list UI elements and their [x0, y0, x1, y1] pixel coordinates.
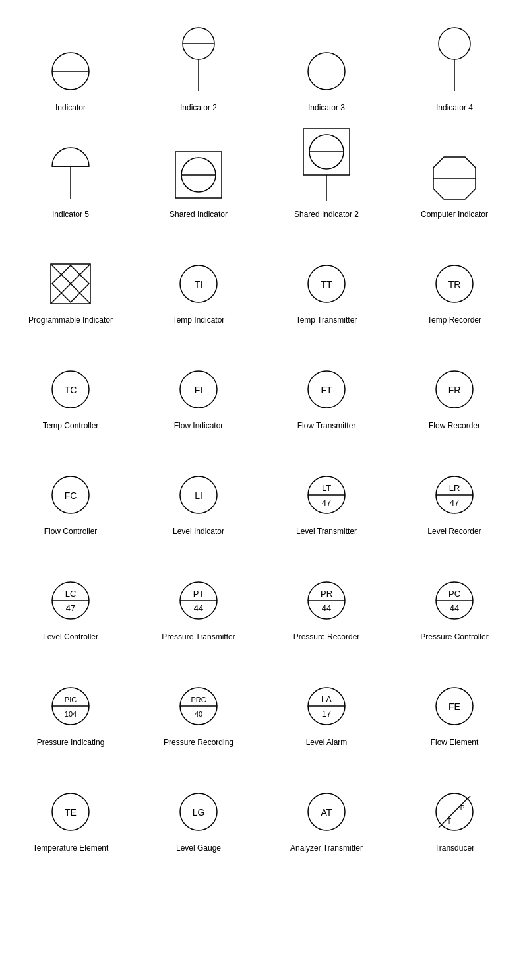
- level-transmitter-symbol: LT 47: [300, 469, 353, 521]
- svg-text:LC: LC: [65, 589, 77, 599]
- shared-indicator-cell: Shared Indicator: [135, 119, 262, 226]
- flow-recorder-label: Flow Recorder: [429, 421, 480, 432]
- indicator3-symbol: [300, 45, 353, 98]
- indicator4-symbol: [428, 25, 481, 98]
- te-symbol: TE: [44, 785, 97, 838]
- computer-indicator-label: Computer Indicator: [421, 210, 488, 220]
- indicator-symbol: [44, 45, 97, 98]
- svg-text:FI: FI: [195, 385, 202, 395]
- level-controller-cell: LC 47 Level Controller: [7, 542, 135, 648]
- programmable-indicator-cell: Programmable Indicator: [7, 226, 135, 331]
- transducer-label: Transducer: [435, 843, 474, 854]
- fe-label: Flow Element: [431, 738, 479, 748]
- svg-text:TR: TR: [448, 279, 461, 290]
- flow-indicator-label: Flow Indicator: [174, 421, 224, 432]
- pressure-controller-symbol: PC 44: [428, 574, 481, 627]
- at-cell: AT Analyzer Transmitter: [262, 754, 390, 859]
- computer-indicator-cell: Computer Indicator: [390, 119, 518, 226]
- indicator5-symbol: [44, 139, 97, 205]
- flow-indicator-cell: FI Flow Indicator: [135, 331, 262, 437]
- shared-indicator2-label: Shared Indicator 2: [294, 210, 359, 220]
- indicator-cell: Indicator: [7, 13, 135, 119]
- svg-text:LA: LA: [321, 694, 332, 704]
- svg-text:44: 44: [450, 603, 459, 613]
- level-indicator-cell: LI Level Indicator: [135, 437, 262, 542]
- svg-text:FR: FR: [448, 385, 461, 395]
- svg-text:PT: PT: [193, 589, 204, 599]
- svg-text:PR: PR: [321, 589, 332, 599]
- indicator2-label: Indicator 2: [180, 103, 217, 114]
- symbols-grid: Indicator Indicator 2 Indicator 3 Indica…: [0, 0, 525, 872]
- flow-recorder-cell: FR Flow Recorder: [390, 331, 518, 437]
- temp-recorder-label: Temp Recorder: [427, 315, 481, 326]
- transducer-symbol: T P: [428, 785, 481, 838]
- programmable-indicator-label: Programmable Indicator: [28, 315, 113, 326]
- flow-indicator-symbol: FI: [172, 363, 225, 416]
- temp-recorder-cell: TR Temp Recorder: [390, 226, 518, 331]
- pressure-recorder-symbol: PR 44: [300, 574, 353, 627]
- at-label: Analyzer Transmitter: [290, 843, 363, 854]
- svg-text:44: 44: [322, 603, 331, 613]
- shared-indicator-symbol: [169, 145, 228, 205]
- shared-indicator2-cell: Shared Indicator 2: [262, 119, 390, 226]
- svg-text:LI: LI: [195, 490, 202, 501]
- flow-controller-label: Flow Controller: [44, 527, 98, 537]
- svg-text:PIC: PIC: [65, 696, 77, 703]
- level-recorder-symbol: LR 47: [428, 469, 481, 521]
- flow-controller-cell: FC Flow Controller: [7, 437, 135, 542]
- level-controller-label: Level Controller: [43, 632, 98, 643]
- svg-text:TI: TI: [195, 279, 202, 290]
- prc40-label: Pressure Recording: [164, 738, 233, 748]
- computer-indicator-symbol: [428, 152, 481, 205]
- svg-text:40: 40: [195, 710, 202, 718]
- svg-line-86: [439, 796, 470, 828]
- temp-controller-label: Temp Controller: [43, 421, 99, 432]
- indicator-label: Indicator: [55, 103, 86, 114]
- svg-text:TT: TT: [321, 279, 332, 290]
- indicator3-cell: Indicator 3: [262, 13, 390, 119]
- svg-text:FE: FE: [448, 702, 460, 712]
- level-transmitter-cell: LT 47 Level Transmitter: [262, 437, 390, 542]
- svg-text:47: 47: [66, 603, 75, 613]
- svg-text:AT: AT: [321, 807, 332, 818]
- pressure-transmitter-symbol: PT 44: [172, 574, 225, 627]
- flow-recorder-symbol: FR: [428, 363, 481, 416]
- svg-text:FT: FT: [321, 385, 332, 395]
- svg-text:T: T: [447, 818, 451, 825]
- svg-text:P: P: [460, 804, 465, 812]
- at-symbol: AT: [300, 785, 353, 838]
- temp-indicator-cell: TI Temp Indicator: [135, 226, 262, 331]
- lg-cell: LG Level Gauge: [135, 754, 262, 859]
- svg-text:LT: LT: [322, 483, 331, 493]
- lg-label: Level Gauge: [176, 843, 221, 854]
- pic104-label: Pressure Indicating: [37, 738, 105, 748]
- pressure-transmitter-cell: PT 44 Pressure Transmitter: [135, 542, 262, 648]
- level-indicator-symbol: LI: [172, 469, 225, 521]
- temp-controller-cell: TC Temp Controller: [7, 331, 135, 437]
- svg-text:FC: FC: [65, 490, 77, 501]
- level-transmitter-label: Level Transmitter: [296, 527, 357, 537]
- la17-label: Level Alarm: [306, 738, 348, 748]
- pressure-controller-label: Pressure Controller: [420, 632, 488, 643]
- prc40-cell: PRC 40 Pressure Recording: [135, 648, 262, 754]
- prc40-symbol: PRC 40: [172, 680, 225, 733]
- indicator2-cell: Indicator 2: [135, 13, 262, 119]
- pressure-controller-cell: PC 44 Pressure Controller: [390, 542, 518, 648]
- level-recorder-cell: LR 47 Level Recorder: [390, 437, 518, 542]
- svg-point-6: [439, 28, 470, 59]
- fe-symbol: FE: [428, 680, 481, 733]
- pic104-symbol: PIC 104: [44, 680, 97, 733]
- svg-text:104: 104: [65, 710, 77, 718]
- indicator4-label: Indicator 4: [436, 103, 473, 114]
- svg-text:47: 47: [322, 498, 331, 507]
- te-label: Temperature Element: [33, 843, 109, 854]
- svg-text:17: 17: [322, 709, 331, 719]
- level-recorder-label: Level Recorder: [427, 527, 481, 537]
- pic104-cell: PIC 104 Pressure Indicating: [7, 648, 135, 754]
- temp-indicator-symbol: TI: [172, 257, 225, 310]
- temp-transmitter-symbol: TT: [300, 257, 353, 310]
- svg-text:PC: PC: [448, 589, 460, 599]
- pressure-recorder-cell: PR 44 Pressure Recorder: [262, 542, 390, 648]
- temp-controller-symbol: TC: [44, 363, 97, 416]
- temp-transmitter-cell: TT Temp Transmitter: [262, 226, 390, 331]
